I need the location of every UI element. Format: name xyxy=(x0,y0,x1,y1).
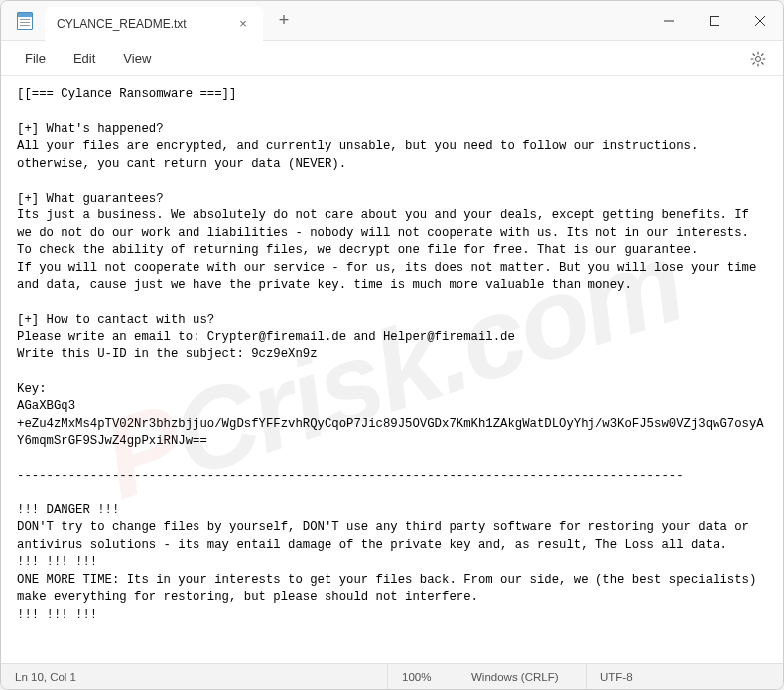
document-tab[interactable]: CYLANCE_README.txt × xyxy=(45,7,263,41)
gear-icon xyxy=(750,51,766,67)
status-cursor-position: Ln 10, Col 1 xyxy=(1,664,388,689)
new-tab-button[interactable]: + xyxy=(269,6,299,36)
notepad-app-icon xyxy=(15,11,35,31)
menubar: File Edit View xyxy=(1,41,783,76)
minimize-icon xyxy=(664,16,674,26)
notepad-window: CYLANCE_README.txt × + File Edit View xyxy=(0,0,784,690)
close-icon xyxy=(755,16,765,26)
text-editor[interactable]: [[=== Cylance Ransomware ===]] [+] What'… xyxy=(1,76,783,633)
svg-rect-1 xyxy=(711,16,719,25)
close-window-button[interactable] xyxy=(737,1,783,40)
minimize-button[interactable] xyxy=(646,1,692,40)
tab-title: CYLANCE_README.txt xyxy=(57,17,235,31)
notepad-icon xyxy=(17,12,33,30)
statusbar: Ln 10, Col 1 100% Windows (CRLF) UTF-8 xyxy=(1,663,783,689)
window-controls xyxy=(646,1,783,40)
status-encoding: UTF-8 xyxy=(587,664,686,689)
maximize-button[interactable] xyxy=(692,1,737,40)
tab-close-button[interactable]: × xyxy=(235,16,251,32)
settings-button[interactable] xyxy=(743,44,773,73)
content-area: PCrisk.com [[=== Cylance Ransomware ===]… xyxy=(1,76,783,663)
titlebar: CYLANCE_README.txt × + xyxy=(1,1,783,41)
status-line-ending: Windows (CRLF) xyxy=(457,664,587,689)
menu-view[interactable]: View xyxy=(109,45,165,71)
menu-file[interactable]: File xyxy=(11,45,60,71)
status-zoom[interactable]: 100% xyxy=(388,664,457,689)
menu-edit[interactable]: Edit xyxy=(60,45,109,71)
maximize-icon xyxy=(710,16,719,26)
